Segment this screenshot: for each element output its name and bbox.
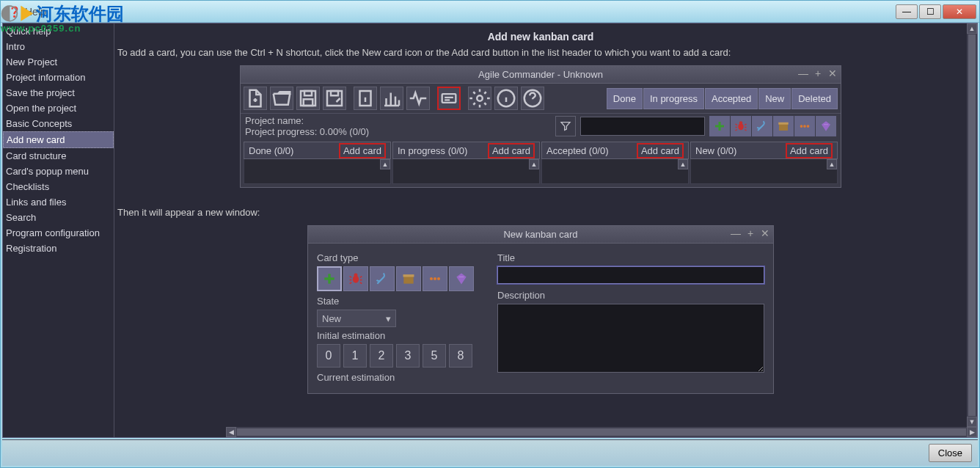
diamond-icon[interactable] — [816, 116, 836, 136]
inner-close-icon[interactable]: ✕ — [827, 67, 838, 78]
horizontal-scrollbar[interactable]: ◀ ▶ — [226, 427, 977, 437]
new-file-icon[interactable] — [244, 87, 267, 110]
sidebar-item-open-the-project[interactable]: Open the project — [3, 100, 114, 116]
est-5[interactable]: 5 — [423, 344, 446, 368]
sidebar-item-program-configuration[interactable]: Program configuration — [3, 225, 114, 241]
type-diamond-icon[interactable] — [449, 266, 474, 291]
scroll-down-icon[interactable]: ▼ — [967, 417, 977, 427]
sidebar-item-card-structure[interactable]: Card structure — [3, 148, 114, 164]
plus-icon[interactable] — [709, 116, 730, 136]
type-box-icon[interactable] — [396, 266, 421, 291]
gear-icon[interactable] — [468, 87, 491, 110]
vertical-scrollbar[interactable]: ▲ ▼ — [967, 23, 977, 427]
svg-rect-19 — [324, 277, 334, 279]
desc-input[interactable] — [497, 304, 764, 373]
sidebar-item-checklists[interactable]: Checklists — [3, 179, 114, 194]
est-3[interactable]: 3 — [396, 344, 420, 368]
minimize-button[interactable]: — — [896, 4, 918, 19]
scroll-up-icon[interactable]: ▲ — [678, 159, 688, 169]
add-card-button[interactable]: Add card — [488, 143, 535, 158]
sidebar-item-quick-help[interactable]: Quick help — [3, 23, 114, 39]
sidebar-item-search[interactable]: Search — [3, 210, 114, 225]
footer-close-button[interactable]: Close — [929, 444, 972, 462]
footer: Close — [2, 439, 978, 466]
project-progress: Project progress: 0.00% (0/0) — [245, 126, 369, 137]
sidebar-item-project-information[interactable]: Project information — [3, 70, 114, 85]
sidebar-item-save-the-project[interactable]: Save the project — [3, 85, 114, 100]
scroll-up-icon[interactable]: ▲ — [529, 159, 539, 169]
open-icon[interactable] — [270, 87, 293, 110]
info-icon[interactable] — [354, 87, 377, 110]
column-header: Done (0/0) Add card — [244, 142, 391, 159]
add-card-button[interactable]: Add card — [786, 143, 833, 158]
scroll-up-icon[interactable]: ▲ — [827, 159, 837, 169]
sidebar-item-links-and-files[interactable]: Links and files — [3, 194, 114, 210]
save-icon[interactable] — [296, 87, 320, 110]
status-in-progress[interactable]: In progress — [643, 88, 704, 109]
column-body: ▲ — [392, 159, 540, 184]
maximize-button[interactable]: ☐ — [919, 4, 941, 19]
type-bug-icon[interactable] — [343, 266, 368, 291]
then-text: Then it will appear a new window: — [117, 207, 964, 218]
inner-maximize-icon[interactable]: + — [813, 67, 823, 78]
agile-commander-window: Agile Commander - Unknown — + ✕ DoneIn p… — [240, 65, 841, 188]
scroll-left-icon[interactable]: ◀ — [226, 427, 236, 437]
title-input[interactable] — [497, 266, 764, 284]
sidebar-item-card-s-popup-menu[interactable]: Card's popup menu — [3, 164, 114, 179]
bug-icon[interactable] — [731, 116, 751, 136]
nc-maximize-icon[interactable]: + — [745, 227, 756, 238]
nc-minimize-icon[interactable]: — — [731, 227, 741, 238]
chart-icon[interactable] — [380, 87, 403, 110]
init-est-label: Initial estimation — [317, 330, 487, 341]
svg-point-21 — [354, 274, 358, 277]
state-combo[interactable]: New ▾ — [317, 310, 396, 327]
type-dots-icon[interactable] — [423, 266, 447, 291]
est-8[interactable]: 8 — [449, 344, 472, 368]
add-card-button[interactable]: Add card — [637, 143, 684, 158]
column-header: Accepted (0/0) Add card — [541, 142, 689, 159]
type-tool-icon[interactable] — [370, 266, 395, 291]
scroll-right-icon[interactable]: ▶ — [967, 427, 977, 437]
card-new-icon[interactable] — [437, 87, 461, 110]
scroll-thumb-h[interactable] — [237, 428, 966, 436]
sidebar-item-new-project[interactable]: New Project — [3, 54, 114, 70]
sidebar-item-intro[interactable]: Intro — [3, 39, 114, 54]
search-input[interactable] — [580, 117, 705, 136]
new-card-window: New kanban card — + ✕ Card type State — [307, 225, 774, 394]
close-button[interactable]: ✕ — [943, 4, 976, 19]
nc-close-icon[interactable]: ✕ — [760, 227, 770, 238]
type-plus-icon[interactable] — [317, 266, 342, 291]
scroll-thumb[interactable] — [968, 34, 976, 416]
save-as-icon[interactable] — [323, 87, 346, 110]
project-name-label: Project name: — [245, 115, 369, 126]
svg-rect-23 — [403, 274, 414, 277]
status-accepted[interactable]: Accepted — [705, 88, 758, 109]
status-new[interactable]: New — [758, 88, 791, 109]
tool-icon[interactable] — [752, 116, 772, 136]
dots-icon[interactable] — [794, 116, 815, 136]
card-type-label: Card type — [317, 252, 487, 263]
scroll-up-icon[interactable]: ▲ — [967, 23, 977, 34]
svg-point-16 — [803, 125, 806, 128]
est-0[interactable]: 0 — [317, 344, 340, 368]
svg-rect-22 — [403, 277, 413, 284]
est-1[interactable]: 1 — [343, 344, 367, 368]
sidebar-item-add-new-card[interactable]: Add new card — [3, 131, 114, 148]
activity-icon[interactable] — [406, 87, 430, 110]
sidebar-item-registration[interactable]: Registration — [3, 241, 114, 256]
add-card-button[interactable]: Add card — [339, 143, 386, 158]
help-menu[interactable]: Help — [25, 6, 46, 18]
help-icon[interactable] — [494, 87, 518, 110]
question-icon[interactable] — [521, 87, 544, 110]
est-2[interactable]: 2 — [370, 344, 393, 368]
sidebar-item-basic-concepts[interactable]: Basic Concepts — [3, 116, 114, 131]
box-icon[interactable] — [773, 116, 794, 136]
scroll-up-icon[interactable]: ▲ — [380, 159, 390, 169]
filter-button[interactable] — [555, 116, 576, 136]
status-done[interactable]: Done — [607, 88, 643, 109]
inner-minimize-icon[interactable]: — — [798, 67, 808, 78]
column-body: ▲ — [541, 159, 689, 184]
column-header: In progress (0/0) Add card — [392, 142, 540, 159]
status-deleted[interactable]: Deleted — [791, 88, 838, 109]
column-label: Accepted (0/0) — [546, 145, 609, 156]
